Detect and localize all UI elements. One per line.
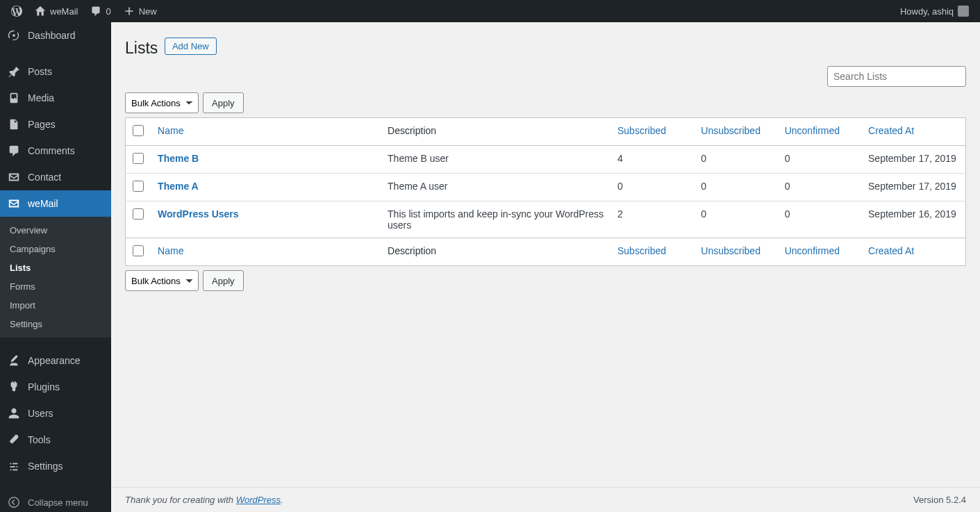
- sidebar-label: Media: [28, 92, 54, 104]
- comment-icon: [90, 6, 101, 17]
- row-checkbox[interactable]: [133, 181, 144, 192]
- page-icon: [7, 117, 21, 131]
- column-name[interactable]: Name: [151, 238, 381, 266]
- site-name-link[interactable]: weMail: [29, 0, 83, 22]
- add-new-button[interactable]: Add New: [165, 38, 217, 55]
- wemail-submenu: Overview Campaigns Lists Forms Import Se…: [0, 217, 111, 337]
- sidebar-item-dashboard[interactable]: Dashboard: [0, 22, 111, 49]
- mail-icon: [7, 170, 21, 184]
- admin-sidebar: Dashboard Posts Media Pages Comments Con…: [0, 22, 111, 337]
- list-unconfirmed: 0: [778, 201, 861, 238]
- bulk-actions-select-top[interactable]: Bulk Actions: [125, 92, 199, 113]
- list-description: Theme B user: [381, 146, 611, 174]
- sidebar-label: Posts: [28, 66, 52, 77]
- dashboard-icon: [7, 28, 21, 42]
- list-unsubscribed: 0: [694, 174, 777, 201]
- list-created-at: September 17, 2019: [861, 146, 965, 174]
- plus-icon: [124, 6, 135, 17]
- main-content: Lists Add New Bulk Actions Apply Name De…: [111, 22, 980, 337]
- row-checkbox[interactable]: [133, 153, 144, 164]
- sidebar-item-media[interactable]: Media: [0, 85, 111, 111]
- sidebar-label: Comments: [28, 145, 75, 156]
- search-input[interactable]: [827, 66, 966, 87]
- sidebar-label: Contact: [28, 172, 61, 183]
- table-row: Theme B Theme B user 4 0 0 September 17,…: [126, 146, 966, 174]
- list-created-at: September 17, 2019: [861, 174, 965, 201]
- submenu-settings[interactable]: Settings: [0, 315, 111, 333]
- admin-bar: weMail 0 New Howdy, ashiq: [0, 0, 980, 22]
- comments-icon: [7, 144, 21, 158]
- wemail-icon: [7, 197, 21, 210]
- pin-icon: [7, 65, 21, 79]
- sidebar-item-pages[interactable]: Pages: [0, 111, 111, 138]
- submenu-import[interactable]: Import: [0, 296, 111, 315]
- list-unconfirmed: 0: [778, 174, 861, 201]
- column-unconfirmed[interactable]: Unconfirmed: [778, 118, 861, 146]
- list-subscribed: 4: [611, 146, 694, 174]
- submenu-lists[interactable]: Lists: [0, 258, 111, 277]
- list-description: This list imports and keep in-sync your …: [381, 201, 611, 238]
- table-row: Theme A Theme A user 0 0 0 September 17,…: [126, 174, 966, 201]
- new-label: New: [139, 6, 157, 17]
- apply-button-bottom[interactable]: Apply: [203, 270, 244, 291]
- sidebar-label: Dashboard: [28, 30, 76, 41]
- sidebar-item-contact[interactable]: Contact: [0, 164, 111, 190]
- comments-count: 0: [106, 6, 110, 17]
- list-unsubscribed: 0: [694, 201, 777, 238]
- new-content-link[interactable]: New: [118, 0, 163, 22]
- list-name-link[interactable]: Theme A: [158, 181, 199, 192]
- sidebar-item-comments[interactable]: Comments: [0, 138, 111, 164]
- wordpress-icon: [11, 6, 22, 17]
- list-name-link[interactable]: WordPress Users: [158, 208, 238, 220]
- media-icon: [7, 91, 21, 105]
- list-unconfirmed: 0: [778, 146, 861, 174]
- table-row: WordPress Users This list imports and ke…: [126, 201, 966, 238]
- row-checkbox[interactable]: [133, 208, 144, 220]
- column-name[interactable]: Name: [151, 118, 381, 146]
- column-description: Description: [381, 118, 611, 146]
- column-unconfirmed[interactable]: Unconfirmed: [778, 238, 861, 266]
- list-name-link[interactable]: Theme B: [158, 153, 199, 164]
- sidebar-label: weMail: [28, 198, 58, 209]
- bulk-actions-select-bottom[interactable]: Bulk Actions: [125, 270, 199, 291]
- submenu-campaigns[interactable]: Campaigns: [0, 240, 111, 258]
- column-subscribed[interactable]: Subscribed: [611, 238, 694, 266]
- page-title: Lists: [125, 39, 158, 58]
- list-unsubscribed: 0: [694, 146, 777, 174]
- howdy-text: Howdy, ashiq: [900, 6, 954, 17]
- avatar: [958, 6, 969, 17]
- column-created-at[interactable]: Created At: [861, 238, 965, 266]
- sidebar-label: Pages: [28, 119, 56, 130]
- column-unsubscribed[interactable]: Unsubscribed: [694, 118, 777, 146]
- submenu-forms[interactable]: Forms: [0, 277, 111, 296]
- list-description: Theme A user: [381, 174, 611, 201]
- lists-table: Name Description Subscribed Unsubscribed…: [125, 117, 966, 266]
- select-all-bottom[interactable]: [133, 245, 144, 256]
- site-name: weMail: [50, 6, 78, 17]
- list-subscribed: 2: [611, 201, 694, 238]
- list-created-at: September 16, 2019: [861, 201, 965, 238]
- home-icon: [35, 6, 46, 17]
- comments-link[interactable]: 0: [85, 0, 116, 22]
- column-unsubscribed[interactable]: Unsubscribed: [694, 238, 777, 266]
- column-description: Description: [381, 238, 611, 266]
- list-subscribed: 0: [611, 174, 694, 201]
- column-created-at[interactable]: Created At: [861, 118, 965, 146]
- sidebar-item-wemail[interactable]: weMail: [0, 190, 111, 217]
- sidebar-item-posts[interactable]: Posts: [0, 58, 111, 85]
- select-all-top[interactable]: [133, 125, 144, 136]
- column-subscribed[interactable]: Subscribed: [611, 118, 694, 146]
- my-account[interactable]: Howdy, ashiq: [895, 0, 974, 22]
- submenu-overview[interactable]: Overview: [0, 221, 111, 240]
- wp-logo[interactable]: [6, 0, 28, 22]
- apply-button-top[interactable]: Apply: [203, 92, 244, 113]
